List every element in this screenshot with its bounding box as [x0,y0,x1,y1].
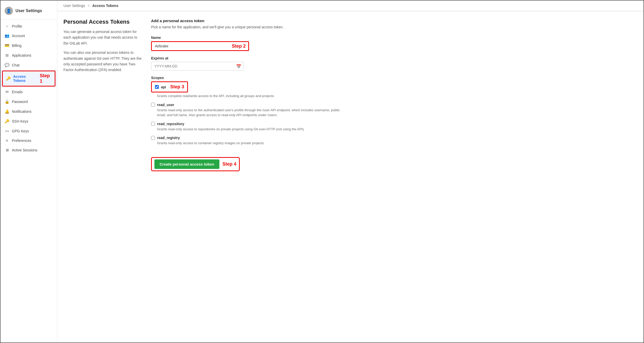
sidebar-item-access-tokens[interactable]: 🔑 Access Tokens Step 1 [1,70,57,87]
sidebar-label-password: Password [12,100,28,104]
emails-icon: ✉ [5,90,9,94]
sidebar-item-preferences[interactable]: ≡ Preferences [1,136,57,145]
description-para1: You can generate a personal access token… [63,29,143,46]
create-token-button[interactable]: Create personal access token [154,159,219,169]
sidebar-item-active-sessions[interactable]: 🖥 Active Sessions [1,145,57,155]
scope-api-desc: Grants complete read/write access to the… [151,93,347,99]
page-title: Personal Access Tokens [63,19,143,25]
scope-read-repository-checkbox[interactable] [151,122,155,126]
breadcrumb-separator: > [88,4,90,8]
sidebar-label-emails: Emails [12,90,23,94]
scope-read-repository: read_repository Grants read-only access … [151,122,637,132]
expires-input-wrapper: 📅 [151,62,244,71]
form-subtitle: Pick a name for the application, and we'… [151,24,637,30]
sidebar: 👤 User Settings ○ Profile 👥 Account 💳 Bi… [1,1,57,342]
sidebar-item-notifications[interactable]: 🔔 Notifications [1,107,57,116]
scope-read-registry-desc: Grants read-only access to container reg… [151,141,347,146]
sidebar-item-billing[interactable]: 💳 Billing [1,41,57,50]
chat-icon: 💬 [5,63,9,67]
left-column: Personal Access Tokens You can generate … [63,19,151,171]
sidebar-item-password[interactable]: 🔒 Password [1,97,57,107]
notifications-icon: 🔔 [5,109,9,114]
sidebar-item-emails[interactable]: ✉ Emails [1,87,57,97]
gpg-keys-icon: 🗝 [5,129,9,133]
step2-highlight: Step 2 [151,41,249,51]
scope-read-registry-row: read_registry [151,136,637,140]
access-tokens-icon: 🔑 [6,76,11,81]
sidebar-label-access-tokens: Access Tokens [13,74,35,83]
scope-api: api Step 3 Grants complete read/write ac… [151,81,637,99]
scope-read-repository-desc: Grants read-only access to repositories … [151,127,347,132]
expires-field-group: Expires at 📅 [151,56,637,71]
expires-label: Expires at [151,56,637,60]
name-input[interactable] [152,42,230,50]
scope-api-checkbox[interactable] [155,85,159,89]
scope-api-label: api [161,85,166,89]
sidebar-title: User Settings [15,8,42,13]
breadcrumb-current: Access Tokens [92,4,118,8]
sidebar-label-gpg-keys: GPG Keys [12,129,29,133]
step2-label: Step 2 [232,44,248,49]
profile-icon: ○ [5,24,9,28]
step4-label: Step 4 [222,161,236,167]
applications-icon: ⊞ [5,53,9,58]
sidebar-header: 👤 User Settings [1,3,57,20]
scope-read-user-label: read_user [157,103,174,107]
breadcrumb: User Settings > Access Tokens [57,1,643,11]
right-column: Add a personal access token Pick a name … [151,19,637,171]
scope-read-user-desc: Grants read-only access to the authentic… [151,108,347,118]
main-content: User Settings > Access Tokens Personal A… [57,1,643,342]
sidebar-item-account[interactable]: 👥 Account [1,31,57,41]
scopes-group: Scopes api Step 3 Grants complete read/w… [151,76,637,146]
scope-read-registry-label: read_registry [157,136,180,140]
scopes-label: Scopes [151,76,637,80]
calendar-icon: 📅 [236,64,241,69]
sidebar-label-account: Account [12,34,25,38]
sidebar-item-chat[interactable]: 💬 Chat [1,60,57,70]
sidebar-nav: ○ Profile 👥 Account 💳 Billing ⊞ Applicat… [1,21,57,155]
sidebar-item-gpg-keys[interactable]: 🗝 GPG Keys [1,126,57,136]
sidebar-label-preferences: Preferences [12,139,31,143]
sidebar-label-notifications: Notifications [12,109,31,114]
avatar: 👤 [5,7,13,15]
preferences-icon: ≡ [5,138,9,143]
scope-read-user-checkbox[interactable] [151,103,155,107]
sidebar-label-applications: Applications [12,53,31,57]
step1-label: Step 1 [40,73,52,84]
billing-icon: 💳 [5,43,9,48]
active-sessions-icon: 🖥 [5,148,9,152]
sidebar-item-applications[interactable]: ⊞ Applications [1,50,57,60]
sidebar-label-billing: Billing [12,44,21,48]
step4-highlight: Create personal access token Step 4 [151,157,240,171]
name-label: Name [151,36,637,40]
password-icon: 🔒 [5,99,9,104]
sidebar-item-ssh-keys[interactable]: 🔑 SSH Keys [1,116,57,126]
step3-highlight: api Step 3 [151,81,188,92]
ssh-keys-icon: 🔑 [5,119,9,124]
sidebar-label-profile: Profile [12,24,22,28]
expires-input[interactable] [151,62,244,71]
scope-read-repository-row: read_repository [151,122,637,126]
sidebar-label-active-sessions: Active Sessions [12,148,37,152]
form-heading: Add a personal access token [151,19,637,23]
scope-read-user-row: read_user [151,103,637,107]
sidebar-label-ssh-keys: SSH Keys [12,119,28,123]
account-icon: 👥 [5,33,9,38]
description-para2: You can also use personal access tokens … [63,50,143,73]
sidebar-item-profile[interactable]: ○ Profile [1,21,57,31]
scope-read-registry: read_registry Grants read-only access to… [151,136,637,146]
step3-label: Step 3 [170,84,184,90]
breadcrumb-parent: User Settings [63,4,85,8]
scope-read-user: read_user Grants read-only access to the… [151,103,637,118]
scope-read-repository-label: read_repository [157,122,184,126]
sidebar-label-chat: Chat [12,63,20,67]
scope-read-registry-checkbox[interactable] [151,136,155,140]
page-body: Personal Access Tokens You can generate … [57,11,643,178]
name-field-group: Name Step 2 [151,36,637,51]
